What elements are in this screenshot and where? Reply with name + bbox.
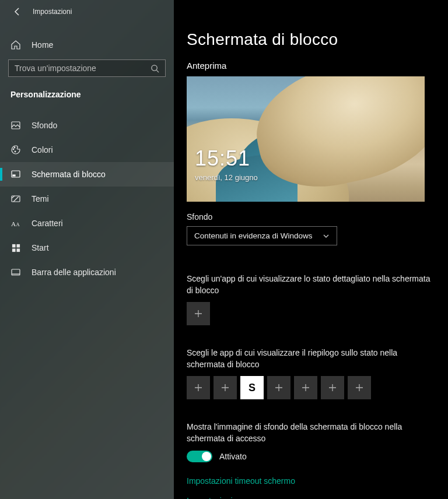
svg-rect-13 bbox=[16, 248, 20, 252]
svg-rect-10 bbox=[12, 244, 15, 247]
link-timeout-settings[interactable]: Impostazioni timeout schermo bbox=[187, 476, 434, 486]
sidebar-item-background[interactable]: Sfondo bbox=[0, 113, 174, 138]
nav-home[interactable]: Home bbox=[0, 33, 174, 57]
background-dropdown[interactable]: Contenuti in evidenza di Windows bbox=[187, 226, 337, 245]
start-icon bbox=[10, 243, 21, 253]
add-quick-app-button[interactable] bbox=[321, 376, 344, 399]
image-icon bbox=[10, 120, 21, 131]
svg-point-0 bbox=[152, 65, 157, 70]
signin-bg-toggle[interactable] bbox=[187, 451, 212, 462]
sidebar-item-label: Caratteri bbox=[32, 219, 63, 228]
home-icon bbox=[10, 40, 21, 50]
lockscreen-icon bbox=[10, 169, 21, 180]
sidebar-item-themes[interactable]: Temi bbox=[0, 187, 174, 211]
link-screensaver-settings[interactable]: Impostazioni screen saver bbox=[187, 496, 434, 499]
search-icon bbox=[150, 64, 159, 73]
search-box[interactable] bbox=[8, 59, 166, 77]
taskbar-icon bbox=[10, 267, 21, 277]
sidebar-item-label: Schermata di blocco bbox=[32, 170, 106, 179]
signin-bg-desc: Mostra l'immagine di sfondo della scherm… bbox=[187, 421, 432, 444]
nav-home-label: Home bbox=[32, 40, 53, 50]
quick-apps-desc: Scegli le app di cui visualizzare il rie… bbox=[187, 347, 432, 370]
sidebar-item-label: Barra delle applicazioni bbox=[32, 268, 116, 277]
category-label: Personalizzazione bbox=[0, 82, 174, 103]
add-quick-app-button[interactable] bbox=[214, 376, 237, 399]
sidebar-item-label: Colori bbox=[32, 145, 53, 154]
sidebar-item-taskbar[interactable]: Barra delle applicazioni bbox=[0, 260, 174, 284]
sidebar-item-label: Sfondo bbox=[32, 121, 57, 130]
sidebar-item-start[interactable]: Start bbox=[0, 236, 174, 260]
sidebar-item-lockscreen[interactable]: Schermata di blocco bbox=[0, 162, 174, 187]
sidebar-item-fonts[interactable]: A A Caratteri bbox=[0, 211, 174, 236]
preview-date: venerdì, 12 giugno bbox=[195, 173, 258, 182]
preview-time: 15:51 bbox=[195, 146, 250, 171]
svg-rect-11 bbox=[16, 244, 20, 247]
add-quick-app-button[interactable] bbox=[294, 376, 317, 399]
sidebar-item-label: Temi bbox=[32, 194, 49, 203]
fonts-icon: A A bbox=[10, 218, 21, 229]
sidebar-item-colors[interactable]: Colori bbox=[0, 138, 174, 162]
svg-text:A: A bbox=[16, 222, 20, 227]
add-quick-app-button[interactable] bbox=[187, 376, 210, 399]
add-quick-app-button[interactable] bbox=[267, 376, 290, 399]
page-title: Schermata di blocco bbox=[187, 30, 434, 49]
svg-point-3 bbox=[14, 147, 15, 148]
background-label: Sfondo bbox=[187, 212, 434, 222]
preview-label: Anteprima bbox=[187, 61, 434, 71]
add-quick-app-button[interactable] bbox=[348, 376, 371, 399]
dropdown-value: Contenuti in evidenza di Windows bbox=[194, 231, 313, 240]
svg-point-4 bbox=[15, 151, 16, 152]
back-icon[interactable] bbox=[13, 7, 22, 16]
chevron-down-icon bbox=[323, 233, 330, 240]
palette-icon bbox=[10, 145, 21, 155]
themes-icon bbox=[10, 194, 21, 204]
search-input[interactable] bbox=[15, 64, 150, 73]
sidebar-item-label: Start bbox=[32, 243, 49, 252]
toggle-state-label: Attivato bbox=[219, 452, 247, 461]
window-title: Impostazioni bbox=[33, 8, 72, 16]
skype-icon: S bbox=[249, 382, 256, 394]
svg-rect-1 bbox=[12, 122, 20, 129]
quick-app-skype[interactable]: S bbox=[240, 376, 264, 399]
svg-rect-6 bbox=[13, 175, 15, 176]
lockscreen-preview: 15:51 venerdì, 12 giugno bbox=[187, 76, 425, 202]
add-detailed-app-button[interactable] bbox=[187, 302, 210, 325]
svg-rect-12 bbox=[12, 248, 15, 252]
detailed-app-desc: Scegli un'app di cui visualizzare lo sta… bbox=[187, 273, 432, 296]
svg-point-2 bbox=[13, 149, 14, 150]
